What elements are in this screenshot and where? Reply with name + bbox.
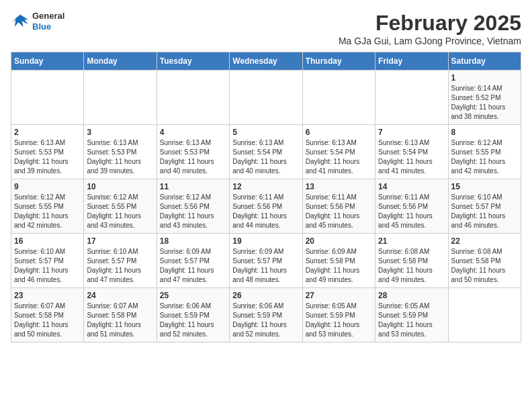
calendar-cell: [375, 71, 448, 125]
calendar-cell: 20Sunrise: 6:09 AM Sunset: 5:58 PM Dayli…: [302, 234, 375, 288]
calendar-week-row: 9Sunrise: 6:12 AM Sunset: 5:55 PM Daylig…: [11, 179, 521, 234]
calendar-cell: 15Sunrise: 6:10 AM Sunset: 5:57 PM Dayli…: [448, 179, 521, 234]
day-info: Sunrise: 6:08 AM Sunset: 5:58 PM Dayligh…: [451, 247, 518, 285]
day-number: 18: [160, 236, 226, 246]
calendar-cell: [230, 71, 302, 125]
calendar-cell: 12Sunrise: 6:11 AM Sunset: 5:56 PM Dayli…: [230, 179, 302, 234]
day-number: 12: [232, 182, 299, 191]
calendar-week-row: 2Sunrise: 6:13 AM Sunset: 5:53 PM Daylig…: [11, 125, 521, 179]
day-info: Sunrise: 6:07 AM Sunset: 5:58 PM Dayligh…: [14, 302, 81, 339]
calendar-cell: 27Sunrise: 6:05 AM Sunset: 5:59 PM Dayli…: [302, 288, 375, 342]
day-info: Sunrise: 6:11 AM Sunset: 5:56 PM Dayligh…: [232, 193, 299, 230]
calendar-cell: 6Sunrise: 6:13 AM Sunset: 5:54 PM Daylig…: [302, 125, 375, 179]
day-info: Sunrise: 6:13 AM Sunset: 5:53 PM Dayligh…: [160, 138, 226, 176]
weekday-header: Friday: [375, 52, 448, 71]
day-number: 28: [378, 291, 445, 300]
day-info: Sunrise: 6:12 AM Sunset: 5:55 PM Dayligh…: [87, 193, 153, 230]
weekday-header: Monday: [84, 52, 157, 71]
day-number: 3: [87, 128, 153, 137]
calendar-cell: 2Sunrise: 6:13 AM Sunset: 5:53 PM Daylig…: [11, 125, 84, 179]
calendar-cell: 19Sunrise: 6:09 AM Sunset: 5:57 PM Dayli…: [230, 234, 302, 288]
logo-text: General Blue: [32, 11, 64, 32]
day-number: 2: [14, 128, 81, 137]
day-info: Sunrise: 6:09 AM Sunset: 5:58 PM Dayligh…: [306, 247, 372, 285]
calendar-cell: 8Sunrise: 6:12 AM Sunset: 5:55 PM Daylig…: [448, 125, 521, 179]
day-number: 24: [87, 291, 153, 300]
weekday-header: Sunday: [11, 52, 84, 71]
calendar-cell: 21Sunrise: 6:08 AM Sunset: 5:58 PM Dayli…: [375, 234, 448, 288]
day-info: Sunrise: 6:13 AM Sunset: 5:53 PM Dayligh…: [14, 138, 81, 176]
day-number: 7: [378, 128, 445, 137]
day-info: Sunrise: 6:13 AM Sunset: 5:54 PM Dayligh…: [378, 138, 445, 176]
day-info: Sunrise: 6:10 AM Sunset: 5:57 PM Dayligh…: [87, 247, 153, 285]
calendar-cell: 16Sunrise: 6:10 AM Sunset: 5:57 PM Dayli…: [11, 234, 84, 288]
calendar-cell: 5Sunrise: 6:13 AM Sunset: 5:54 PM Daylig…: [230, 125, 302, 179]
day-info: Sunrise: 6:09 AM Sunset: 5:57 PM Dayligh…: [160, 247, 226, 285]
day-number: 8: [451, 128, 518, 137]
calendar-cell: [448, 288, 521, 342]
day-info: Sunrise: 6:13 AM Sunset: 5:53 PM Dayligh…: [87, 138, 153, 176]
day-number: 6: [306, 128, 372, 137]
calendar-header: SundayMondayTuesdayWednesdayThursdayFrid…: [11, 52, 521, 71]
day-number: 15: [451, 182, 518, 191]
calendar-cell: 22Sunrise: 6:08 AM Sunset: 5:58 PM Dayli…: [448, 234, 521, 288]
day-info: Sunrise: 6:08 AM Sunset: 5:58 PM Dayligh…: [378, 247, 445, 285]
day-number: 9: [14, 182, 81, 191]
calendar-cell: [302, 71, 375, 125]
calendar-week-row: 1Sunrise: 6:14 AM Sunset: 5:52 PM Daylig…: [11, 71, 521, 125]
day-number: 21: [378, 236, 445, 246]
calendar-week-row: 23Sunrise: 6:07 AM Sunset: 5:58 PM Dayli…: [11, 288, 521, 342]
day-number: 14: [378, 182, 445, 191]
calendar-cell: [11, 71, 84, 125]
day-number: 16: [14, 236, 81, 246]
day-info: Sunrise: 6:10 AM Sunset: 5:57 PM Dayligh…: [451, 193, 518, 230]
day-info: Sunrise: 6:10 AM Sunset: 5:57 PM Dayligh…: [14, 247, 81, 285]
logo-bird-icon: [11, 13, 30, 30]
day-info: Sunrise: 6:13 AM Sunset: 5:54 PM Dayligh…: [232, 138, 299, 176]
weekday-header: Wednesday: [230, 52, 302, 71]
calendar-cell: 7Sunrise: 6:13 AM Sunset: 5:54 PM Daylig…: [375, 125, 448, 179]
day-number: 17: [87, 236, 153, 246]
day-info: Sunrise: 6:12 AM Sunset: 5:56 PM Dayligh…: [160, 193, 226, 230]
day-info: Sunrise: 6:06 AM Sunset: 5:59 PM Dayligh…: [232, 302, 299, 339]
day-number: 11: [160, 182, 226, 191]
calendar-cell: 10Sunrise: 6:12 AM Sunset: 5:55 PM Dayli…: [84, 179, 157, 234]
calendar-week-row: 16Sunrise: 6:10 AM Sunset: 5:57 PM Dayli…: [11, 234, 521, 288]
logo-blue: Blue: [32, 21, 64, 32]
day-number: 10: [87, 182, 153, 191]
day-number: 22: [451, 236, 518, 246]
day-number: 27: [306, 291, 372, 300]
calendar-cell: 14Sunrise: 6:11 AM Sunset: 5:56 PM Dayli…: [375, 179, 448, 234]
calendar-body: 1Sunrise: 6:14 AM Sunset: 5:52 PM Daylig…: [11, 71, 521, 342]
day-number: 5: [232, 128, 299, 137]
calendar-cell: 9Sunrise: 6:12 AM Sunset: 5:55 PM Daylig…: [11, 179, 84, 234]
day-number: 26: [232, 291, 299, 300]
calendar-cell: 17Sunrise: 6:10 AM Sunset: 5:57 PM Dayli…: [84, 234, 157, 288]
logo-general: General: [32, 11, 64, 21]
calendar-title: February 2025: [339, 11, 521, 36]
page-header: General Blue February 2025 Ma GJa Gui, L…: [11, 11, 521, 46]
calendar-cell: 26Sunrise: 6:06 AM Sunset: 5:59 PM Dayli…: [230, 288, 302, 342]
logo: General Blue: [11, 11, 64, 32]
day-info: Sunrise: 6:12 AM Sunset: 5:55 PM Dayligh…: [451, 138, 518, 176]
calendar-cell: 11Sunrise: 6:12 AM Sunset: 5:56 PM Dayli…: [157, 179, 229, 234]
weekday-row: SundayMondayTuesdayWednesdayThursdayFrid…: [11, 52, 521, 71]
day-info: Sunrise: 6:11 AM Sunset: 5:56 PM Dayligh…: [306, 193, 372, 230]
calendar-cell: 28Sunrise: 6:05 AM Sunset: 5:59 PM Dayli…: [375, 288, 448, 342]
day-number: 4: [160, 128, 226, 137]
svg-marker-0: [12, 14, 28, 26]
day-info: Sunrise: 6:05 AM Sunset: 5:59 PM Dayligh…: [378, 302, 445, 339]
weekday-header: Tuesday: [157, 52, 229, 71]
calendar-cell: 25Sunrise: 6:06 AM Sunset: 5:59 PM Dayli…: [157, 288, 229, 342]
day-number: 1: [451, 73, 518, 83]
day-info: Sunrise: 6:13 AM Sunset: 5:54 PM Dayligh…: [306, 138, 372, 176]
calendar-cell: 3Sunrise: 6:13 AM Sunset: 5:53 PM Daylig…: [84, 125, 157, 179]
day-number: 23: [14, 291, 81, 300]
day-info: Sunrise: 6:09 AM Sunset: 5:57 PM Dayligh…: [232, 247, 299, 285]
calendar-cell: [84, 71, 157, 125]
calendar-table: SundayMondayTuesdayWednesdayThursdayFrid…: [11, 52, 521, 342]
calendar-cell: 13Sunrise: 6:11 AM Sunset: 5:56 PM Dayli…: [302, 179, 375, 234]
day-number: 19: [232, 236, 299, 246]
title-section: February 2025 Ma GJa Gui, Lam GJong Prov…: [339, 11, 521, 46]
calendar-cell: 23Sunrise: 6:07 AM Sunset: 5:58 PM Dayli…: [11, 288, 84, 342]
